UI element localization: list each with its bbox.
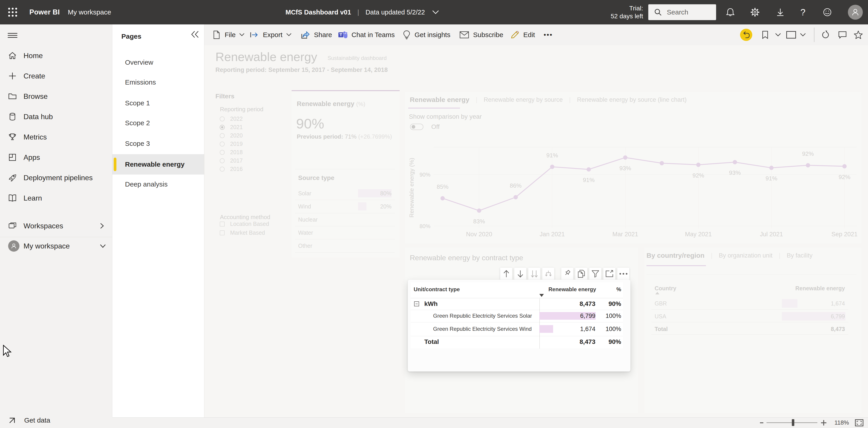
status-bar: Get data 118% (0, 417, 868, 428)
filters-title: Filters (215, 93, 235, 100)
double-arrow-down-icon (530, 270, 539, 278)
zoom-in-button[interactable] (821, 420, 827, 426)
kpi-value: 90% (296, 116, 324, 131)
radio-year-2022[interactable]: 2022 (220, 115, 243, 123)
svg-text:92%: 92% (802, 150, 814, 157)
report-title: Renewable energy (215, 50, 317, 64)
table-row-label[interactable]: kWh (424, 300, 438, 307)
table-row-pct: 90% (609, 338, 621, 345)
country-row-value: 6,799 (831, 313, 845, 320)
reporting-period: Reporting period: September 15, 2017 - S… (215, 66, 388, 73)
table-row-label[interactable]: Green Republic Electricity Services Wind (433, 326, 532, 332)
table-row-value: 6,799 (580, 312, 595, 319)
radio-year-2020[interactable]: 2020 (220, 131, 243, 140)
more-dots-icon (619, 273, 628, 275)
fit-to-page-icon[interactable] (855, 419, 864, 426)
source-type-row-wind[interactable]: Wind20% (298, 200, 395, 213)
radio-circle-icon (220, 125, 225, 130)
renewable-energy-col-header[interactable]: Renewable energy (795, 285, 845, 292)
unit-contract-type-header[interactable]: Unit/contract type (414, 286, 460, 293)
sort-ascending-icon (655, 292, 659, 295)
table-row-pct: 100% (606, 326, 621, 333)
radio-year-2017[interactable]: 2017 (220, 156, 243, 165)
sort-descending-icon (539, 294, 544, 297)
svg-text:Jan 2021: Jan 2021 (539, 231, 565, 238)
more-dots-button[interactable] (617, 268, 629, 280)
table-row-value: 8,473 (580, 300, 595, 307)
country-col-header[interactable]: Country (655, 285, 676, 292)
filter-group-accounting-method: Accounting method (220, 214, 270, 221)
country-region-card: By country/region|By organization unit|B… (644, 248, 861, 413)
focused-table-visual[interactable]: Unit/contract typeRenewable energy%kWh8,… (408, 280, 630, 371)
svg-text:Mar 2021: Mar 2021 (612, 231, 638, 238)
arrow-up-button[interactable] (500, 268, 512, 280)
country-tab-by-country-region[interactable]: By country/region (647, 252, 705, 259)
checkbox-market-based[interactable]: Market Based (220, 228, 265, 237)
svg-text:91%: 91% (583, 177, 595, 183)
zoom-out-button[interactable] (760, 422, 763, 423)
copy-icon (578, 270, 585, 278)
focus-mode-icon (605, 270, 614, 278)
country-tab-by-facility[interactable]: By facility (786, 252, 812, 259)
toggle-label: Show comparison by year (409, 113, 482, 120)
comparison-toggle[interactable] (410, 124, 423, 130)
svg-text:86%: 86% (510, 182, 522, 189)
radio-year-2018[interactable]: 2018 (220, 148, 243, 156)
pin-icon (563, 270, 571, 278)
country-row-label: GBR (655, 300, 667, 307)
source-type-row-nuclear[interactable]: Nuclear (298, 213, 395, 226)
copy-button[interactable] (575, 268, 587, 280)
svg-text:80%: 80% (420, 223, 430, 229)
source-type-row-solar[interactable]: Solar80% (298, 187, 395, 200)
contract-type-table: Unit/contract typeRenewable energy%kWh8,… (411, 282, 623, 348)
radio-year-2021[interactable]: 2021 (220, 123, 243, 131)
country-total-label: Total (655, 326, 668, 332)
svg-text:Jul 2021: Jul 2021 (760, 231, 783, 238)
source-type-row-water[interactable]: Water (298, 226, 395, 239)
table-row-label[interactable]: Total (424, 338, 439, 345)
chart-tab-renewable-energy-by-source[interactable]: Renewable energy by source (484, 96, 563, 103)
tab-separator: | (569, 96, 570, 103)
collapse-minus-icon[interactable] (414, 301, 419, 306)
svg-text:90%: 90% (420, 172, 430, 178)
tab-separator: | (475, 96, 477, 103)
source-type-row-other[interactable]: Other (298, 239, 395, 252)
get-data-button[interactable]: Get data (9, 415, 50, 426)
arrow-down-button[interactable] (514, 268, 526, 280)
checkbox-location-based[interactable]: Location Based (220, 219, 269, 228)
country-row-label: USA (655, 313, 666, 320)
pin-button[interactable] (561, 268, 573, 280)
checkbox-icon (220, 231, 225, 235)
kpi-card: Renewable energy (%) 90% Previous period… (291, 90, 400, 258)
data-bar (782, 299, 798, 308)
get-data-icon (9, 417, 16, 424)
svg-text:Sep 2021: Sep 2021 (831, 231, 858, 238)
svg-text:92%: 92% (839, 174, 850, 180)
radio-year-2019[interactable]: 2019 (220, 140, 243, 148)
arrow-up-icon (502, 270, 510, 278)
radio-year-2016[interactable]: 2016 (220, 165, 243, 173)
report-canvas: Renewable energy Sustainability dashboar… (204, 45, 868, 417)
renewable-energy-header[interactable]: Renewable energy (548, 286, 596, 293)
chart-tab-renewable-energy-by-source-line-chart-[interactable]: Renewable energy by source (line chart) (577, 96, 687, 103)
table-row-pct: 90% (609, 300, 621, 307)
percent-header[interactable]: % (616, 286, 621, 293)
svg-text:93%: 93% (619, 165, 631, 172)
mouse-cursor (3, 345, 12, 358)
table-row-label[interactable]: Green Republic Electricity Services Sola… (433, 313, 532, 319)
radio-circle-icon (220, 142, 225, 147)
contract-type-title: Renewable energy by contract type (410, 254, 523, 262)
tab-separator: | (779, 252, 780, 259)
drill-tree-button[interactable] (542, 268, 554, 280)
double-arrow-down-button[interactable] (528, 268, 540, 280)
chart-tab-renewable-energy[interactable]: Renewable energy (410, 96, 469, 103)
zoom-slider-handle[interactable] (792, 419, 794, 426)
selected-tab-underline (408, 108, 460, 109)
table-row-pct: 100% (606, 312, 621, 319)
focus-mode-button[interactable] (603, 268, 615, 280)
checkbox-icon (220, 221, 225, 226)
table-row-value: 1,674 (580, 326, 595, 333)
country-tab-by-organization-unit[interactable]: By organization unit (719, 252, 772, 259)
zoom-slider[interactable] (767, 422, 817, 423)
funnel-button[interactable] (589, 268, 601, 280)
